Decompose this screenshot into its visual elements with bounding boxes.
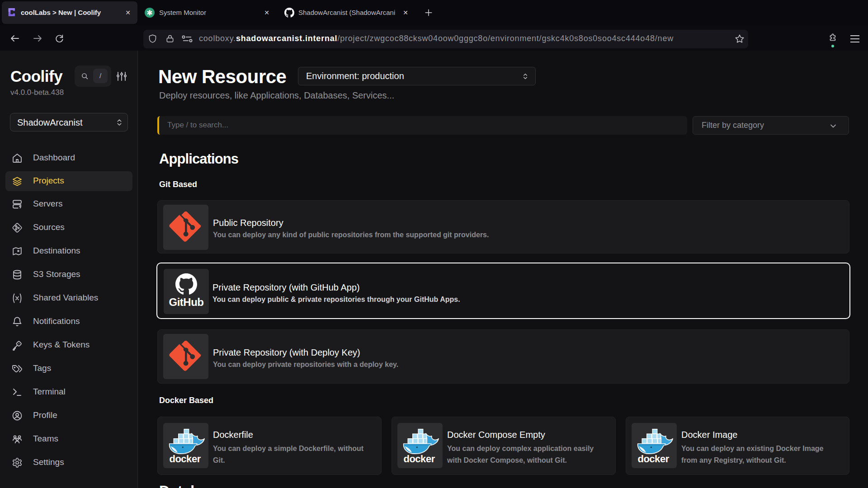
- svg-text:docker: docker: [403, 453, 435, 465]
- svg-text:docker: docker: [637, 453, 669, 465]
- svg-text:docker: docker: [169, 453, 201, 465]
